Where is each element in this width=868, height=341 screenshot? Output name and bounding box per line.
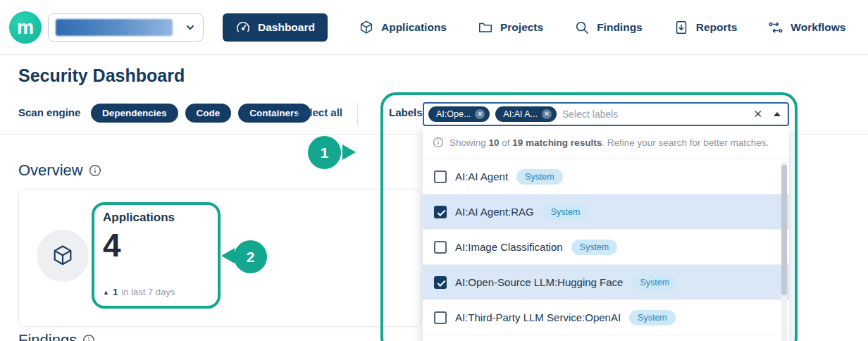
nav-item-dashboard[interactable]: Dashboard — [223, 13, 328, 42]
callout-2-arrow — [221, 248, 235, 264]
checkbox[interactable] — [434, 206, 447, 218]
nav-item-applications[interactable]: Applications — [359, 13, 447, 42]
card-icon-circle — [37, 230, 89, 282]
label-option[interactable]: AI:Open-Source LLM:Hugging Face System — [423, 265, 789, 300]
delta-up-icon: ▲ — [103, 289, 109, 296]
option-label: AI:Open-Source LLM:Hugging Face — [455, 276, 623, 288]
info-icon[interactable] — [82, 334, 95, 341]
select-all-link[interactable]: Select all — [297, 106, 342, 118]
callout-1-number: 1 — [308, 136, 341, 169]
label-option[interactable]: AI:Third-Party LLM Service:OpenAI System — [423, 300, 789, 335]
organization-name-redacted — [56, 19, 173, 36]
folder-icon — [478, 20, 493, 35]
labels-select-input[interactable]: AI:Ope... ✕ AI:AI A... ✕ Select labels ✕ — [423, 102, 789, 126]
overview-heading-text: Overview — [18, 161, 83, 180]
system-badge: System — [571, 240, 618, 255]
overview-heading: Overview — [18, 161, 101, 180]
report-document-icon — [674, 20, 689, 35]
label-chip[interactable]: AI:AI A... ✕ — [495, 106, 557, 122]
delta-caption: in last 7 days — [121, 287, 175, 297]
labels-placeholder: Select labels — [562, 108, 748, 120]
dropdown-scrollbar-thumb[interactable] — [781, 165, 787, 295]
clear-selection-icon[interactable]: ✕ — [753, 108, 762, 120]
nav-label: Dashboard — [258, 21, 315, 34]
cube-icon — [51, 244, 75, 268]
nav-item-findings[interactable]: Findings — [574, 13, 643, 42]
applications-stat-card: Applications 4 ▲ 1 in last 7 days — [18, 189, 421, 327]
dashboard-gauge-icon — [235, 20, 251, 35]
dropdown-scrollbar-track[interactable] — [781, 162, 787, 341]
labels-label: Labels — [389, 106, 423, 118]
chevron-down-icon — [185, 22, 196, 33]
summary-text: Showing 10 of 19 matching results. Refin… — [450, 137, 769, 148]
nav-item-workflows[interactable]: Workflows — [768, 13, 845, 42]
system-badge: System — [629, 310, 676, 326]
brand-logo-letter: m — [17, 17, 34, 39]
engine-pill-dependencies[interactable]: Dependencies — [91, 104, 178, 123]
nav-label: Reports — [696, 21, 738, 34]
nav-item-projects[interactable]: Projects — [478, 13, 543, 42]
nav-item-reports[interactable]: Reports — [674, 13, 738, 42]
label-option[interactable]: AI:AI Agent:RAG System — [423, 194, 789, 230]
chip-remove-icon[interactable]: ✕ — [542, 109, 552, 119]
workflow-icon — [768, 20, 783, 35]
main-nav: Dashboard Applications Projects Findings… — [223, 13, 845, 42]
labels-dropdown-panel: Showing 10 of 19 matching results. Refin… — [423, 126, 789, 341]
cube-icon — [359, 20, 374, 35]
label-chip-text: AI:AI A... — [503, 109, 538, 119]
info-icon — [433, 137, 444, 148]
findings-heading: Findings — [18, 331, 95, 341]
checkbox[interactable] — [434, 311, 447, 324]
findings-heading-text: Findings — [18, 331, 77, 341]
magnifier-icon — [574, 20, 590, 35]
label-chip[interactable]: AI:Ope... ✕ — [428, 106, 490, 122]
engine-pill-code[interactable]: Code — [185, 104, 232, 123]
delta-value: 1 — [113, 287, 118, 297]
nav-label: Workflows — [790, 21, 845, 34]
scan-engine-pills: Dependencies Code Containers — [91, 104, 311, 123]
option-label: AI:Third-Party LLM Service:OpenAI — [455, 311, 621, 323]
top-navigation-bar: m Dashboard Applications Projects — [0, 0, 868, 55]
callout-1-arrow — [342, 144, 356, 160]
stat-delta: ▲ 1 in last 7 days — [103, 287, 175, 297]
nav-label: Applications — [381, 21, 447, 34]
option-label: AI:AI Agent — [455, 170, 508, 182]
caret-up-icon[interactable] — [774, 112, 781, 116]
option-label: AI:AI Agent:RAG — [455, 206, 534, 218]
nav-label: Findings — [597, 21, 643, 34]
chip-remove-icon[interactable]: ✕ — [475, 109, 485, 119]
info-icon[interactable] — [89, 164, 101, 177]
checkbox[interactable] — [434, 276, 447, 289]
label-option[interactable]: AI:AI Agent System — [423, 159, 789, 194]
nav-label: Projects — [500, 21, 543, 34]
stat-value: 4 — [103, 228, 121, 264]
organization-selector[interactable] — [48, 13, 204, 42]
system-badge: System — [631, 275, 678, 290]
brand-logo[interactable]: m — [9, 11, 42, 44]
stat-title: Applications — [103, 211, 175, 225]
filter-divider — [357, 103, 358, 125]
checkbox[interactable] — [434, 170, 447, 183]
label-option[interactable]: AI:Image Classification System — [423, 230, 789, 265]
scan-engine-label: Scan engine — [18, 106, 80, 118]
system-badge: System — [516, 169, 563, 185]
checkbox[interactable] — [434, 241, 447, 254]
label-chip-text: AI:Ope... — [436, 109, 471, 119]
results-summary: Showing 10 of 19 matching results. Refin… — [423, 126, 789, 159]
callout-2-number: 2 — [234, 240, 267, 273]
option-label: AI:Image Classification — [455, 241, 563, 253]
page-title: Security Dashboard — [18, 66, 185, 86]
system-badge: System — [542, 204, 589, 220]
